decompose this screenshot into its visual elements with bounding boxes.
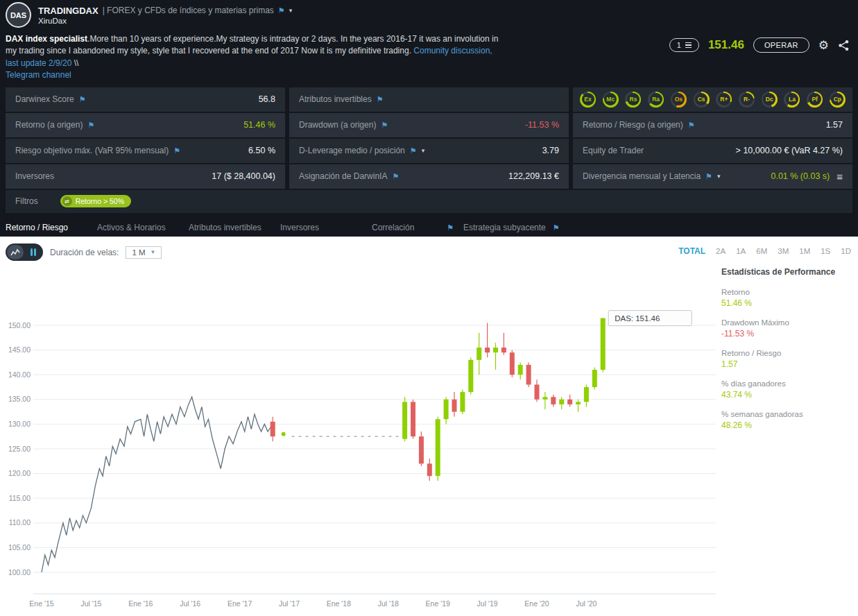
candle-chart-toggle[interactable]: [25, 245, 42, 259]
attribute-badge-la[interactable]: La: [784, 92, 800, 108]
period-1m[interactable]: 1M: [799, 247, 810, 255]
attribute-badge-rplus[interactable]: R+: [716, 92, 732, 108]
list-icon: [685, 42, 692, 49]
flag-icon[interactable]: ⚑: [79, 95, 86, 104]
flag-icon[interactable]: ⚑: [688, 121, 695, 130]
trader-username[interactable]: XiruDax: [38, 17, 292, 25]
telegram-channel-link[interactable]: Telegram channel: [6, 70, 71, 80]
attribute-badge-mc[interactable]: Mc: [603, 92, 619, 108]
period-1d[interactable]: 1D: [841, 247, 851, 255]
tab-label: Atributos invertibles: [189, 223, 261, 232]
period-3m[interactable]: 3M: [778, 247, 789, 255]
stat-equity: Equity de Trader > 10,000.00 € (VaR 4.27…: [573, 139, 852, 163]
flag-icon[interactable]: ⚑: [381, 121, 388, 130]
stat-value: 51.46 %: [243, 120, 275, 130]
attribute-badge-label: Ex: [582, 93, 594, 105]
line-chart-toggle[interactable]: [7, 245, 24, 259]
period-6m[interactable]: 6M: [756, 247, 767, 255]
chevron-down-icon[interactable]: ▾: [717, 173, 721, 180]
flag-icon[interactable]: ⚑: [87, 121, 94, 130]
flag-icon[interactable]: ⚑: [705, 172, 712, 181]
filters-row: Filtros ⇄ Retorno > 50%: [6, 190, 852, 213]
period-1a[interactable]: 1A: [736, 247, 746, 255]
svg-text:115.00: 115.00: [9, 494, 31, 502]
svg-text:Jul '17: Jul '17: [279, 599, 300, 608]
svg-text:150.00: 150.00: [8, 321, 31, 330]
candle-duration-label: Duración de velas:: [50, 248, 119, 257]
filter-icon: ⇄: [62, 196, 72, 206]
svg-text:100.00: 100.00: [8, 568, 31, 576]
stats-grid: Darwinex Score⚑ 56.8 Atributos invertibl…: [6, 87, 852, 213]
candle-duration-select[interactable]: 1 M ▼: [126, 246, 162, 259]
attribute-badge-rminus[interactable]: R-: [739, 92, 755, 108]
chevron-down-icon: ▼: [151, 249, 156, 255]
svg-text:Jul '16: Jul '16: [180, 599, 200, 608]
performance-stat: % semanas ganadoras48.26 %: [721, 410, 850, 430]
stat-riesgo-objetivo: Riesgo objetivo máx. (VaR 95% mensual)⚑ …: [6, 139, 285, 163]
flag-icon[interactable]: ⚑: [173, 146, 180, 155]
svg-text:Ene '16: Ene '16: [128, 599, 153, 608]
price-chart[interactable]: 100.00105.00110.00115.00120.00125.00130.…: [0, 262, 721, 615]
share-icon[interactable]: [838, 40, 850, 51]
flag-icon[interactable]: ⚑: [392, 172, 399, 181]
flag-icon[interactable]: ⚑: [553, 223, 560, 232]
stat-value: 3.79: [542, 146, 559, 155]
svg-text:Jul '15: Jul '15: [80, 599, 101, 608]
tab-label: Estrategia subyacente: [463, 223, 546, 232]
stat-value: > 10,000.00 € (VaR 4.27 %): [736, 146, 843, 155]
attribute-badge-cp[interactable]: Cp: [830, 92, 846, 108]
attribute-badge-rs[interactable]: Rs: [625, 92, 641, 108]
flag-icon[interactable]: ⚑: [447, 223, 454, 232]
performance-stat: Drawdown Máximo-11.53 %: [721, 318, 850, 339]
svg-text:110.00: 110.00: [9, 518, 31, 527]
flag-icon[interactable]: ⚑: [377, 95, 384, 104]
performance-panel-title: Estadísticas de Performance: [721, 267, 850, 277]
performance-stat-label: Drawdown Máximo: [721, 318, 850, 327]
attribute-badge-dc[interactable]: Dc: [762, 92, 778, 108]
darwin-ticker: DAS: [10, 11, 26, 19]
darwin-avatar[interactable]: DAS: [6, 2, 31, 28]
attribute-badge-ex[interactable]: Ex: [580, 92, 596, 108]
trade-controls: 1 151.46 OPERAR ⚙: [669, 33, 850, 53]
chart-section: Duración de velas: 1 M ▼ TOTAL2A1A6M3M1M…: [0, 237, 858, 616]
flag-icon[interactable]: ⚑: [278, 6, 285, 15]
stat-value: 1.57: [826, 120, 843, 130]
hamburger-menu-icon[interactable]: ≡: [836, 171, 843, 182]
stat-inversores: Inversores 17 ($ 28,400.04): [6, 164, 285, 189]
svg-text:135.00: 135.00: [8, 395, 31, 403]
attribute-badge-label: Dc: [763, 93, 775, 105]
stat-darwinex-score: Darwinex Score⚑ 56.8: [6, 87, 285, 112]
watchlist-button[interactable]: 1: [669, 38, 699, 52]
attribute-badge-os[interactable]: Os: [671, 92, 687, 108]
attribute-badge-pf[interactable]: Pf: [807, 92, 823, 108]
stat-retorno: Retorno (a origen)⚑ 51.46 %: [6, 113, 285, 137]
period-2a[interactable]: 2A: [716, 247, 726, 255]
header: DAS TRADINGDAX | FOREX y CFDs de índices…: [0, 0, 858, 28]
period-1s[interactable]: 1S: [821, 247, 830, 255]
svg-text:130.00: 130.00: [8, 420, 31, 428]
watchlist-count: 1: [677, 41, 681, 49]
filter-badge-label: Retorno > 50%: [76, 197, 124, 205]
attribute-badge-ra[interactable]: Ra: [648, 92, 664, 108]
chevron-down-icon[interactable]: ▾: [289, 7, 293, 14]
stat-value: 56.8: [259, 94, 275, 104]
flag-icon[interactable]: ⚑: [410, 146, 417, 155]
stat-label: Divergencia mensual y Latencia: [583, 171, 701, 181]
stat-dleverage: D-Leverage medio / posición⚑▾ 3.79: [289, 139, 569, 163]
performance-stat-value: 48.26 %: [721, 420, 850, 430]
stat-label: D-Leverage medio / posición: [299, 146, 405, 155]
filter-badge[interactable]: ⇄ Retorno > 50%: [60, 195, 131, 207]
darwin-subtitle: | FOREX y CFDs de índices y materias pri…: [103, 6, 274, 15]
chevron-down-icon[interactable]: ▾: [422, 147, 425, 154]
performance-stat-label: % semanas ganadoras: [721, 410, 850, 418]
attribute-badge-label: Ra: [650, 93, 662, 105]
stat-label: Retorno / Riesgo (a origen): [583, 120, 683, 130]
gear-icon[interactable]: ⚙: [818, 40, 829, 51]
performance-stat: Retorno / Riesgo1.57: [721, 349, 850, 369]
attribute-badge-cs[interactable]: Cs: [694, 92, 710, 108]
stat-value: -11.53 %: [525, 120, 559, 130]
period-total[interactable]: TOTAL: [678, 246, 705, 256]
tab-label: Correlación: [372, 223, 414, 232]
operar-button[interactable]: OPERAR: [753, 37, 809, 53]
svg-text:120.00: 120.00: [8, 469, 31, 477]
